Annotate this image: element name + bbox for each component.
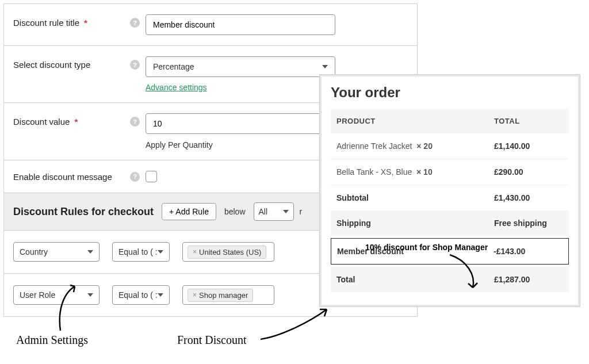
label-text: Enable discount message [13,172,112,182]
select-value: All [259,207,268,216]
help-icon[interactable]: ? [130,18,140,28]
order-table: PRODUCT TOTAL Adrienne Trek Jacket × 20 … [331,109,569,292]
label-text: Select discount type [13,60,90,70]
close-icon[interactable]: × [193,291,197,299]
chevron-down-icon [158,293,163,297]
shipping-label: Shipping [336,219,494,228]
select-value: Percentage [153,62,194,71]
tag: × United States (US) [188,246,266,259]
rules-match-select[interactable]: All [254,202,294,221]
item-total: £1,140.00 [494,141,563,151]
tag-label: United States (US) [199,248,261,256]
chevron-down-icon [322,65,328,68]
chevron-down-icon [87,250,93,254]
rule-field-select[interactable]: Country [13,242,100,262]
discount-type-select[interactable]: Percentage [146,56,335,77]
item-name: Bella Tank - XS, Blue [336,167,412,177]
shipping-row: Shipping Free shipping [331,210,569,236]
help-icon[interactable]: ? [130,172,140,182]
col-total: TOTAL [494,117,563,125]
shipping-value: Free shipping [494,219,563,228]
select-value: Equal to ( : [118,247,158,256]
select-value: User Role [20,290,55,300]
subtotal-label: Subtotal [336,193,494,202]
rule-value-box[interactable]: × United States (US) [182,242,274,262]
item-total: £290.00 [494,167,563,177]
order-item-row: Adrienne Trek Jacket × 20 £1,140.00 [331,133,569,159]
tag: × Shop manager [188,289,253,302]
chevron-down-icon [87,293,93,297]
select-value: Equal to ( : [118,290,158,300]
discount-value-label: Discount value * ? [13,113,146,127]
tag-label: Shop manager [199,291,248,300]
discount-message-checkbox[interactable] [146,171,157,182]
apply-per-quantity-label: Apply Per Quantity [146,140,213,150]
item-qty: × 10 [416,167,433,177]
discount-message-label: Enable discount message ? [13,172,146,182]
discount-value: -£143.00 [494,247,563,256]
annotation-front: Front Discount [177,334,247,347]
rule-operator-select[interactable]: Equal to ( : [112,242,170,262]
order-header-row: PRODUCT TOTAL [331,109,569,133]
help-icon[interactable]: ? [130,60,140,70]
rule-value-box[interactable]: × Shop manager [182,285,274,305]
add-rule-button[interactable]: + Add Rule [162,203,216,220]
advance-settings-link[interactable]: Advance settings [146,83,207,92]
label-text: Discount rule title [13,18,79,28]
rule-field-select[interactable]: User Role [13,285,100,305]
required-asterisk: * [74,117,78,127]
rule-operator-select[interactable]: Equal to ( : [112,285,170,305]
below-label: below [224,207,246,216]
item-qty: × 20 [416,141,433,151]
rule-title-input[interactable] [146,14,335,35]
chevron-down-icon [158,250,163,254]
subtotal-value: £1,430.00 [494,193,563,202]
select-value: Country [20,247,48,256]
discount-value-input[interactable] [146,113,335,134]
rules-suffix-text: r [300,207,303,216]
required-asterisk: * [84,18,87,28]
help-icon[interactable]: ? [130,117,140,127]
apply-per-quantity-row: Apply Per Quantity ? [146,140,335,150]
annotation-admin: Admin Settings [16,334,88,347]
order-heading: Your order [331,85,569,101]
row-rule-title: Discount rule title * ? [4,4,417,46]
order-panel: Your order PRODUCT TOTAL Adrienne Trek J… [320,75,580,306]
total-label: Total [336,275,494,284]
label-text: Discount value [13,117,70,127]
close-icon[interactable]: × [193,248,197,256]
subtotal-row: Subtotal £1,430.00 [331,185,569,210]
total-row: Total £1,287.00 [331,267,569,292]
rule-title-label: Discount rule title * ? [13,14,146,28]
item-name: Adrienne Trek Jacket [336,141,412,151]
order-item-row: Bella Tank - XS, Blue × 10 £290.00 [331,159,569,185]
rules-heading: Discount Rules for checkout [13,206,154,218]
chevron-down-icon [283,210,289,213]
col-product: PRODUCT [336,117,494,125]
total-value: £1,287.00 [494,275,563,284]
discount-type-label: Select discount type ? [13,56,146,70]
annotation-callout: 10% discount for Shop Manager [365,243,488,252]
